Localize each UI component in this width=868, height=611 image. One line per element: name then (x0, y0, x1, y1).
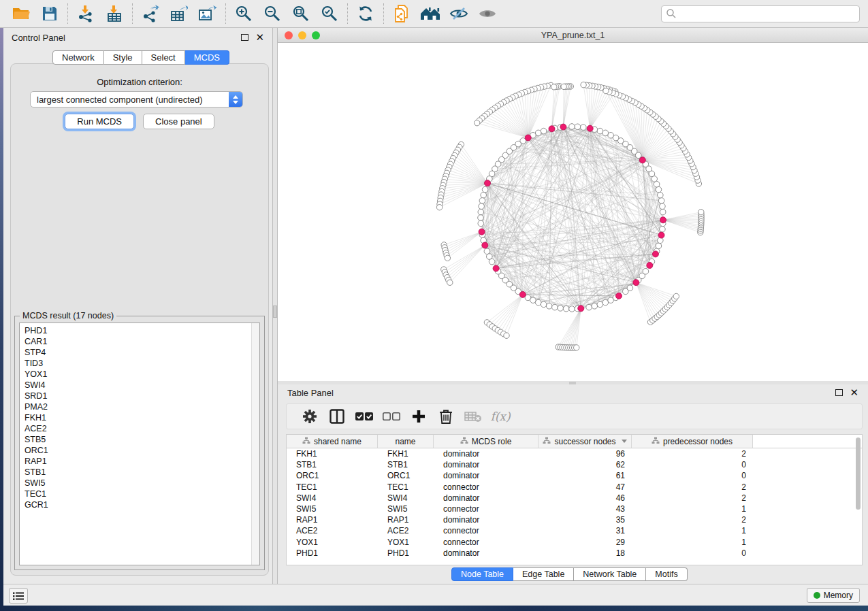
mcds-result-item[interactable]: SWI5 (20, 478, 251, 489)
search-input[interactable] (677, 8, 855, 19)
hide-selected-button[interactable] (445, 2, 473, 25)
column-header-MCDS-role[interactable]: MCDS role (434, 435, 539, 448)
table-row[interactable]: YOX1YOX1connector291 (287, 537, 862, 548)
column-type-icon (543, 437, 551, 446)
maximize-window-icon[interactable] (312, 31, 320, 39)
column-header-predecessor-nodes[interactable]: predecessor nodes (632, 435, 753, 448)
show-all-button[interactable] (473, 2, 502, 25)
share-document-button[interactable] (387, 2, 416, 25)
tab-select[interactable]: Select (142, 50, 185, 65)
cell-successor-nodes: 43 (539, 504, 632, 514)
table-row[interactable]: STB1STB1dominator620 (287, 459, 862, 470)
tab-network[interactable]: Network (52, 50, 104, 65)
show-panels-button[interactable] (9, 588, 28, 604)
mcds-result-item[interactable]: CAR1 (20, 336, 251, 347)
split-panel-button[interactable] (323, 406, 351, 427)
import-table-button[interactable] (100, 2, 129, 25)
import-network-button[interactable] (71, 2, 100, 25)
float-table-panel-button[interactable] (835, 389, 843, 396)
mcds-result-item[interactable]: TID3 (20, 358, 251, 369)
mcds-result-item[interactable]: SWI4 (20, 380, 251, 391)
network-canvas[interactable] (278, 43, 868, 381)
desktop-wallpaper-bottom (0, 606, 868, 611)
mcds-result-item[interactable]: FKH1 (20, 412, 251, 423)
zoom-in-button[interactable] (229, 2, 258, 25)
column-settings-button[interactable] (296, 406, 323, 427)
tab-node-table[interactable]: Node Table (451, 567, 513, 581)
cell-successor-nodes: 61 (539, 471, 632, 480)
table-scrollbar-thumb[interactable] (856, 437, 861, 510)
export-table-button[interactable] (165, 2, 193, 25)
close-window-icon[interactable] (285, 31, 293, 39)
mcds-result-item[interactable]: ORC1 (20, 445, 251, 456)
mcds-result-item[interactable]: YOX1 (20, 369, 251, 380)
mcds-result-item[interactable]: STB1 (20, 467, 251, 478)
float-window-button[interactable] (241, 34, 248, 41)
mcds-result-item[interactable]: GCR1 (20, 499, 251, 510)
cell-shared-name: TEC1 (287, 482, 378, 492)
memory-button[interactable]: Memory (807, 588, 860, 603)
minimize-window-icon[interactable] (298, 31, 306, 39)
tab-motifs[interactable]: Motifs (646, 567, 687, 581)
vertical-splitter[interactable] (272, 28, 278, 584)
zoom-out-icon (263, 5, 281, 22)
table-row[interactable]: RAP1RAP1dominator352 (287, 514, 862, 525)
cell-MCDS-role: connector (434, 526, 539, 535)
save-session-button[interactable] (35, 2, 64, 25)
column-header-shared-name[interactable]: shared name (287, 435, 378, 448)
table-row[interactable]: ORC1ORC1dominator610 (287, 470, 862, 481)
zoom-fit-icon (292, 5, 310, 22)
export-network-button[interactable] (136, 2, 165, 25)
tab-network-table[interactable]: Network Table (574, 567, 646, 581)
table-row[interactable]: TEC1TEC1connector472 (287, 482, 862, 493)
sort-descending-icon (622, 440, 627, 443)
column-header-name[interactable]: name (378, 435, 434, 448)
refresh-view-button[interactable] (351, 2, 380, 25)
mcds-result-item[interactable]: RAP1 (20, 456, 251, 467)
table-row[interactable]: ACE2ACE2connector311 (287, 525, 862, 536)
mcds-list-scrollbar[interactable] (251, 323, 259, 565)
cell-shared-name: YOX1 (287, 538, 378, 547)
run-mcds-button[interactable]: Run MCDS (65, 114, 134, 129)
zoom-selected-button[interactable] (315, 2, 344, 25)
memory-label: Memory (824, 591, 853, 600)
mcds-result-item[interactable]: PMA2 (20, 401, 251, 412)
close-table-panel-button[interactable]: ✕ (850, 389, 858, 396)
zoom-fit-button[interactable] (287, 2, 315, 25)
delete-column-button[interactable] (432, 406, 460, 427)
table-row[interactable]: SWI5SWI5connector431 (287, 503, 862, 514)
export-image-button[interactable] (193, 2, 222, 25)
cell-predecessor-nodes: 2 (632, 515, 753, 525)
splitter-grip[interactable] (273, 306, 277, 318)
cell-MCDS-role: dominator (434, 460, 539, 469)
mcds-result-item[interactable]: PHD1 (20, 325, 251, 336)
main-toolbar (0, 0, 868, 28)
column-header-successor-nodes[interactable]: successor nodes (539, 435, 632, 448)
delete-table-button (460, 406, 487, 427)
criterion-dropdown[interactable]: largest connected component (undirected) (30, 91, 243, 108)
first-neighbors-button[interactable] (416, 2, 445, 25)
close-panel-button[interactable]: ✕ (255, 34, 264, 41)
table-row[interactable]: PHD1PHD1dominator180 (287, 548, 862, 559)
cell-shared-name: ORC1 (287, 471, 378, 480)
add-column-button[interactable] (405, 406, 432, 427)
criterion-dropdown-value: largest connected component (undirected) (37, 95, 203, 105)
deselect-all-button[interactable] (378, 406, 405, 427)
tab-style[interactable]: Style (104, 50, 142, 65)
table-row[interactable]: SWI4SWI4dominator462 (287, 493, 862, 503)
search-field[interactable] (661, 5, 860, 22)
mcds-result-item[interactable]: ACE2 (20, 423, 251, 434)
tab-edge-table[interactable]: Edge Table (513, 567, 574, 581)
mcds-result-item[interactable]: SRD1 (20, 391, 251, 401)
zoom-out-button[interactable] (258, 2, 287, 25)
open-file-button[interactable] (7, 2, 35, 25)
table-row[interactable]: FKH1FKH1dominator962 (287, 448, 862, 459)
mcds-result-item[interactable]: STB5 (20, 434, 251, 445)
mcds-result-item[interactable]: TEC1 (20, 489, 251, 499)
cell-predecessor-nodes: 0 (632, 460, 753, 469)
tab-mcds[interactable]: MCDS (185, 50, 229, 65)
toolbar-separator (132, 3, 133, 24)
mcds-result-item[interactable]: STP4 (20, 347, 251, 358)
close-panel-button-mcds[interactable]: Close panel (143, 114, 214, 129)
select-all-button[interactable] (351, 406, 378, 427)
